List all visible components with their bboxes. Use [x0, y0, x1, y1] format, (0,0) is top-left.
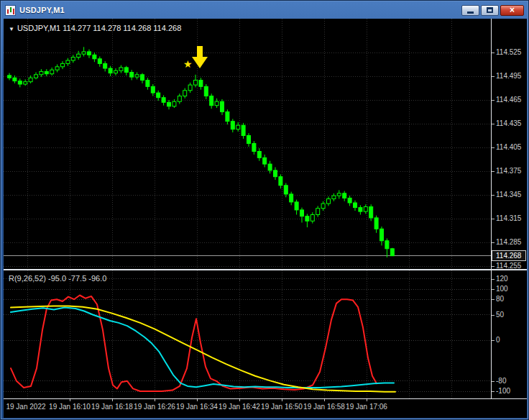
indicator-axis-tick [492, 315, 494, 316]
candle-body [364, 207, 367, 212]
indicator-values: -95.0 -77.5 -96.0 [48, 274, 106, 283]
price-axis-label: 114.465 [496, 96, 521, 104]
candle-body [157, 93, 160, 98]
candle-body [327, 199, 331, 204]
maximize-icon [487, 7, 493, 13]
indicator-axis-tick [492, 299, 494, 300]
candle-body [29, 78, 32, 82]
indicator-line-mid [11, 308, 394, 388]
price-axis-tick [492, 52, 494, 53]
price-axis-tick [492, 76, 494, 77]
time-axis-label: 19 Jan 17:06 [346, 403, 387, 411]
candle-body [130, 73, 134, 78]
candle-body [300, 210, 304, 216]
price-axis[interactable]: 114.525114.495114.465114.435114.405114.3… [492, 19, 527, 269]
time-axis-label: 19 Jan 16:18 [91, 403, 133, 411]
candle-body [215, 101, 218, 106]
sell-signal-arrow-icon [191, 46, 208, 69]
minimize-button[interactable] [461, 5, 479, 16]
candle-body [194, 81, 198, 86]
candle-body [385, 241, 389, 249]
candle-body [119, 68, 123, 70]
candle-body [310, 215, 314, 222]
time-axis-tick [197, 399, 198, 401]
window-controls: × [461, 5, 524, 16]
candle-body [18, 81, 22, 84]
indicator-axis-label: -80 [496, 378, 506, 385]
candle-body [305, 216, 309, 222]
current-price-tag: 114.268 [492, 250, 526, 261]
price-axis-label: 114.285 [496, 239, 521, 246]
candle-body [316, 209, 320, 215]
candle-body [61, 63, 65, 66]
time-axis-tick [239, 399, 240, 401]
candle-body [183, 91, 187, 96]
price-axis-tick [492, 219, 494, 219]
candle-body [247, 136, 251, 144]
candle-body [279, 177, 282, 186]
indicator-axis-label: 80 [496, 296, 504, 303]
close-button[interactable]: × [500, 5, 524, 16]
indicator-info: R(9,26,52) -95.0 -77.5 -96.0 [9, 274, 106, 283]
candle-body [348, 198, 351, 203]
time-axis-tick [324, 399, 325, 401]
candle-body [204, 86, 208, 96]
ohlc-values: 114.277 114.278 114.268 114.268 [63, 24, 181, 32]
time-axis-tick [155, 399, 155, 401]
indicator-chart[interactable] [4, 270, 491, 398]
candle-body [321, 204, 325, 209]
candle-body [199, 81, 203, 87]
candle-body [337, 193, 341, 196]
candle-body [263, 158, 267, 164]
candle-body [24, 82, 27, 84]
candle-body [13, 78, 17, 81]
time-axis-label: 19 Jan 16:58 [303, 403, 345, 411]
candle-body [221, 101, 224, 111]
time-axis-tick [367, 399, 367, 401]
price-axis-label: 114.255 [496, 262, 521, 270]
candle-body [226, 112, 229, 122]
candle-body [88, 52, 91, 55]
candle-body [178, 96, 181, 102]
price-axis-tick [492, 171, 494, 172]
main-price-chart[interactable] [4, 19, 491, 269]
candle-body [188, 85, 192, 91]
time-axis-label: 19 Jan 16:10 [49, 403, 91, 411]
candle-body [236, 125, 240, 129]
indicator-axis-tick [492, 289, 494, 290]
price-axis-label: 114.405 [496, 144, 521, 151]
price-axis-label: 114.375 [496, 168, 521, 175]
indicator-axis-label: 50 [496, 311, 504, 319]
symbol-dropdown-icon[interactable]: ▼ [9, 26, 14, 32]
candle-body [369, 207, 373, 218]
candle-body [252, 144, 256, 152]
candle-body [274, 170, 277, 177]
star-icon: ★ [183, 59, 193, 69]
candle-body [71, 58, 75, 60]
indicator-line-fast [11, 296, 377, 392]
price-axis-tick [492, 195, 494, 196]
candle-body [210, 96, 213, 106]
time-axis[interactable]: 19 Jan 202219 Jan 16:1019 Jan 16:1819 Ja… [4, 399, 527, 418]
price-axis-label: 114.495 [496, 73, 521, 80]
candle-body [114, 70, 118, 73]
indicator-name: R(9,26,52) [9, 274, 46, 283]
time-axis-label: 19 Jan 16:50 [261, 403, 303, 411]
candle-body [172, 101, 176, 106]
candle-body [380, 229, 384, 241]
indicator-axis-label: 120 [496, 275, 508, 283]
maximize-button[interactable] [481, 5, 499, 16]
chart-window-icon [5, 5, 16, 16]
indicator-axis-tick [492, 391, 494, 392]
candle-body [242, 125, 245, 135]
price-axis-label: 114.345 [496, 191, 521, 198]
chart-client-area: ▼USDJPY,M1 114.277 114.278 114.268 114.2… [4, 19, 527, 418]
candle-body [93, 55, 96, 59]
indicator-axis-tick [492, 381, 494, 382]
indicator-axis[interactable]: 12010080500-80-100 [492, 270, 527, 398]
price-axis-tick [492, 147, 494, 148]
titlebar[interactable]: USDJPY,M1 × [4, 2, 525, 18]
candle-body [66, 60, 70, 63]
candle-body [55, 67, 59, 70]
time-axis-label: 19 Jan 16:26 [134, 403, 175, 411]
